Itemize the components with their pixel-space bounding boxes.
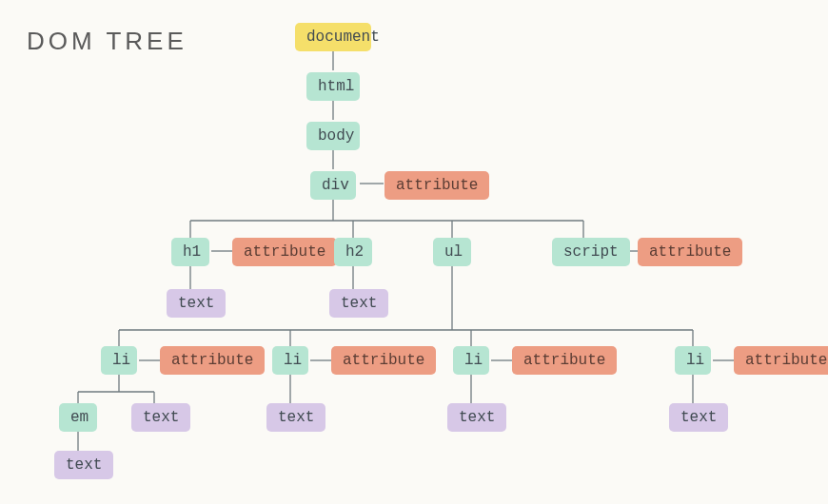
node-h1-attribute: attribute <box>232 238 337 266</box>
node-em-text: text <box>54 451 113 479</box>
node-h1-text: text <box>167 289 226 318</box>
node-div: div <box>310 171 356 200</box>
node-li-3-attribute: attribute <box>512 346 617 375</box>
node-li-1: li <box>101 346 137 375</box>
node-body: body <box>306 122 360 150</box>
node-li-3-text: text <box>447 403 506 432</box>
node-ul: ul <box>433 238 471 266</box>
node-li-1-text: text <box>131 403 190 432</box>
node-h2: h2 <box>334 238 372 266</box>
node-div-attribute: attribute <box>384 171 489 200</box>
node-li-4-text: text <box>669 403 728 432</box>
node-em: em <box>59 403 97 432</box>
node-li-2: li <box>272 346 308 375</box>
node-document: document <box>295 23 371 51</box>
node-li-2-text: text <box>266 403 325 432</box>
node-script-attribute: attribute <box>638 238 742 266</box>
node-html: html <box>306 72 360 101</box>
node-li-3: li <box>453 346 489 375</box>
node-script: script <box>552 238 630 266</box>
node-li-2-attribute: attribute <box>331 346 436 375</box>
node-li-1-attribute: attribute <box>160 346 265 375</box>
node-h2-text: text <box>329 289 388 318</box>
node-li-4: li <box>675 346 711 375</box>
diagram-title: DOM TREE <box>27 27 187 56</box>
node-h1: h1 <box>171 238 209 266</box>
node-li-4-attribute: attribute <box>734 346 828 375</box>
